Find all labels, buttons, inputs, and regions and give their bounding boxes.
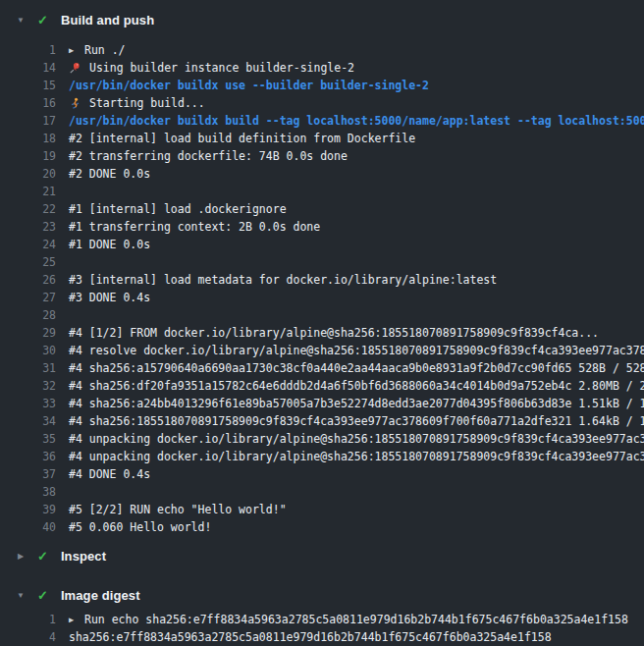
line-content: #2 [internal] load build definition from… <box>69 132 415 145</box>
line-text: /usr/bin/docker buildx use --builder bui… <box>69 79 429 92</box>
line-text: #5 [2/2] RUN echo "Hello world!" <box>69 503 287 516</box>
success-check-icon: ✓ <box>37 13 48 27</box>
line-content: #5 0.060 Hello world! <box>69 520 211 534</box>
log-block-build-and-push: 1▶Run ./14Using builder instance builder… <box>0 41 644 536</box>
line-number[interactable]: 35 <box>0 432 56 446</box>
log-line: 17/usr/bin/docker buildx build --tag loc… <box>0 112 644 130</box>
line-content: #4 unpacking docker.io/library/alpine@sh… <box>69 432 644 446</box>
line-text: #4 sha256:df20fa9351a15782c64e6dddb2d4a6… <box>69 379 644 393</box>
log-section-inspect: ▶✓Inspect <box>0 542 644 569</box>
line-content: sha256:e7ff8834a5963a2785c5a0811e979d16b… <box>69 630 552 644</box>
line-number[interactable]: 31 <box>0 361 56 375</box>
line-number[interactable]: 25 <box>0 255 56 269</box>
line-content: #4 sha256:a15790640a6690aa1730c38cf0a440… <box>69 361 644 375</box>
chevron-down-icon[interactable]: ▼ <box>15 16 27 25</box>
section-title: Inspect <box>61 549 106 564</box>
line-number[interactable]: 29 <box>0 326 56 340</box>
line-text: #1 DONE 0.0s <box>69 238 150 251</box>
log-line: 23#1 transferring context: 2B 0.0s done <box>0 218 644 236</box>
log-line: 33#4 sha256:a24bb4013296f61e89ba57005a7b… <box>0 395 644 412</box>
log-line: 1▶Run ./ <box>0 41 644 59</box>
line-number[interactable]: 36 <box>0 450 56 463</box>
line-number[interactable]: 34 <box>0 414 56 428</box>
line-content: #1 [internal] load .dockerignore <box>69 202 287 216</box>
chevron-right-icon[interactable]: ▶ <box>15 552 27 561</box>
section-title: Build and push <box>61 13 154 27</box>
line-number[interactable]: 4 <box>0 630 56 644</box>
log-line: 22#1 [internal] load .dockerignore <box>0 200 644 218</box>
line-number[interactable]: 23 <box>0 220 56 234</box>
play-expander-icon[interactable]: ▶ <box>69 45 78 55</box>
line-number[interactable]: 21 <box>0 185 56 198</box>
line-text: #4 unpacking docker.io/library/alpine@sh… <box>69 450 644 463</box>
log-line: 24#1 DONE 0.0s <box>0 236 644 253</box>
line-content: #3 DONE 0.4s <box>69 291 150 304</box>
line-number[interactable]: 32 <box>0 379 56 393</box>
line-content: #4 resolve docker.io/library/alpine@sha2… <box>69 344 644 357</box>
line-content: #3 [internal] load metadata for docker.i… <box>69 273 497 287</box>
section-header-build-and-push[interactable]: ▼✓Build and push <box>0 6 644 33</box>
log-line: 19#2 transferring dockerfile: 74B 0.0s d… <box>0 147 644 165</box>
line-number[interactable]: 33 <box>0 397 56 410</box>
line-number[interactable]: 15 <box>0 79 56 92</box>
line-number[interactable]: 40 <box>0 520 56 534</box>
line-text: #4 sha256:a15790640a6690aa1730c38cf0a440… <box>69 361 644 375</box>
line-content: #1 DONE 0.0s <box>69 238 150 251</box>
section-header-inspect[interactable]: ▶✓Inspect <box>0 542 644 569</box>
line-text: Starting build... <box>89 96 205 110</box>
line-text: #3 [internal] load metadata for docker.i… <box>69 273 497 287</box>
line-content: Using builder instance builder-single-2 <box>69 61 354 75</box>
line-number[interactable]: 16 <box>0 96 56 110</box>
play-expander-icon[interactable]: ▶ <box>69 615 78 624</box>
chevron-down-icon[interactable]: ▼ <box>15 591 27 600</box>
line-number[interactable]: 37 <box>0 467 56 481</box>
line-text: #2 transferring dockerfile: 74B 0.0s don… <box>69 149 348 163</box>
line-content: ▶Run echo sha256:e7ff8834a5963a2785c5a08… <box>69 613 628 626</box>
line-text: #4 DONE 0.4s <box>69 467 150 481</box>
line-number[interactable]: 27 <box>0 291 56 304</box>
line-number[interactable]: 38 <box>0 485 56 499</box>
line-text: /usr/bin/docker buildx build --tag local… <box>69 114 644 128</box>
log-line: 31#4 sha256:a15790640a6690aa1730c38cf0a4… <box>0 359 644 377</box>
line-content: #4 DONE 0.4s <box>69 467 150 481</box>
line-number[interactable]: 20 <box>0 167 56 181</box>
line-text: Using builder instance builder-single-2 <box>89 61 354 75</box>
line-number[interactable]: 24 <box>0 238 56 251</box>
line-number[interactable]: 17 <box>0 114 56 128</box>
line-text: sha256:e7ff8834a5963a2785c5a0811e979d16b… <box>69 630 552 644</box>
log-line: 34#4 sha256:185518070891758909c9f839cf4c… <box>0 412 644 430</box>
line-number[interactable]: 1 <box>0 613 56 626</box>
line-content: #2 DONE 0.0s <box>69 167 150 181</box>
line-number[interactable]: 18 <box>0 132 56 145</box>
log-line: 18#2 [internal] load build definition fr… <box>0 130 644 147</box>
line-text: #4 sha256:a24bb4013296f61e89ba57005a7b3e… <box>69 397 644 410</box>
success-check-icon: ✓ <box>37 588 48 603</box>
log-line: 28 <box>0 306 644 324</box>
line-number[interactable]: 39 <box>0 503 56 516</box>
line-number[interactable]: 28 <box>0 308 56 322</box>
line-content: ▶Run ./ <box>69 43 126 57</box>
line-text: Run ./ <box>84 43 126 57</box>
log-line: 40#5 0.060 Hello world! <box>0 518 644 536</box>
line-number[interactable]: 14 <box>0 61 56 75</box>
log-section-build-and-push: ▼✓Build and push1▶Run ./14Using builder … <box>0 6 644 536</box>
line-text: #1 [internal] load .dockerignore <box>69 202 287 216</box>
log-line: 21 <box>0 183 644 200</box>
line-text: #4 [1/2] FROM docker.io/library/alpine@s… <box>69 326 599 340</box>
line-text: #4 unpacking docker.io/library/alpine@sh… <box>69 432 644 446</box>
log-line: 37#4 DONE 0.4s <box>0 465 644 483</box>
line-number[interactable]: 1 <box>0 43 56 57</box>
log-line: 26#3 [internal] load metadata for docker… <box>0 271 644 289</box>
success-check-icon: ✓ <box>37 549 48 564</box>
line-text: #1 transferring context: 2B 0.0s done <box>69 220 320 234</box>
runner-icon <box>69 97 81 110</box>
line-number[interactable]: 19 <box>0 149 56 163</box>
line-content: /usr/bin/docker buildx use --builder bui… <box>69 79 429 92</box>
log-line: 14Using builder instance builder-single-… <box>0 59 644 77</box>
line-number[interactable]: 30 <box>0 344 56 357</box>
log-line: 36#4 unpacking docker.io/library/alpine@… <box>0 448 644 465</box>
line-number[interactable]: 26 <box>0 273 56 287</box>
line-number[interactable]: 22 <box>0 202 56 216</box>
section-header-image-digest[interactable]: ▼✓Image digest <box>0 581 644 609</box>
section-title: Image digest <box>61 588 140 603</box>
